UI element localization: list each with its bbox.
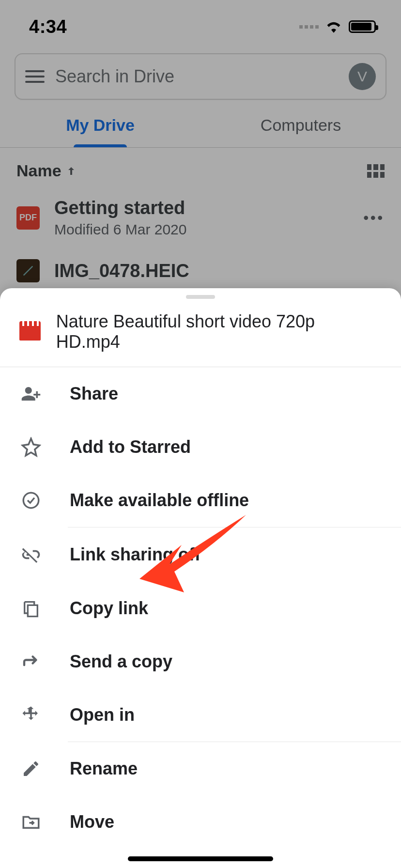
cell-signal-icon	[299, 25, 319, 29]
action-open-in[interactable]: Open in	[0, 688, 401, 742]
search-bar[interactable]: Search in Drive V	[15, 53, 386, 100]
sort-by-name[interactable]: Name	[16, 161, 77, 180]
file-subtitle: Modified 6 Mar 2020	[54, 221, 349, 238]
sheet-title: Nature Beautiful short video 720p HD.mp4	[56, 311, 382, 352]
file-name: IMG_0478.HEIC	[54, 261, 385, 281]
action-label: Rename	[70, 759, 138, 779]
offline-pin-icon	[19, 490, 43, 511]
tab-bar: My Drive Computers	[0, 103, 401, 147]
video-file-icon	[19, 323, 41, 341]
pencil-icon	[19, 759, 43, 778]
grid-view-icon[interactable]	[367, 164, 385, 178]
file-row[interactable]: PDF Getting started Modified 6 Mar 2020 …	[0, 187, 401, 248]
action-label: Move	[70, 812, 114, 832]
battery-icon	[349, 20, 376, 33]
status-bar: 4:34	[0, 0, 401, 53]
action-label: Make available offline	[70, 490, 249, 511]
action-label: Link sharing off	[70, 544, 200, 565]
star-outline-icon	[19, 437, 43, 457]
copy-icon	[19, 599, 43, 618]
action-label: Send a copy	[70, 651, 172, 672]
person-add-icon	[19, 384, 43, 404]
action-move[interactable]: Move	[0, 795, 401, 849]
image-thumb-icon	[16, 259, 40, 282]
sort-row: Name	[0, 148, 401, 187]
more-icon[interactable]: •••	[363, 210, 385, 226]
pdf-icon: PDF	[16, 206, 40, 230]
action-copy-link[interactable]: Copy link	[0, 582, 401, 635]
file-row[interactable]: IMG_0478.HEIC	[0, 248, 401, 293]
action-label: Share	[70, 384, 118, 404]
open-in-icon	[19, 705, 43, 725]
folder-move-icon	[19, 812, 43, 832]
menu-icon[interactable]	[25, 70, 45, 83]
sheet-header: Nature Beautiful short video 720p HD.mp4	[0, 299, 401, 367]
file-info: Getting started Modified 6 Mar 2020	[54, 198, 349, 238]
action-label: Copy link	[70, 598, 148, 619]
tab-computers[interactable]: Computers	[200, 103, 401, 147]
status-right	[299, 20, 376, 33]
sheet-grabber[interactable]	[186, 295, 215, 299]
action-sheet: Nature Beautiful short video 720p HD.mp4…	[0, 288, 401, 868]
account-avatar[interactable]: V	[349, 63, 376, 90]
file-info: IMG_0478.HEIC	[54, 261, 385, 281]
arrow-up-icon	[65, 165, 77, 177]
link-off-icon	[19, 544, 43, 565]
wifi-icon	[325, 20, 342, 33]
tab-my-drive[interactable]: My Drive	[0, 103, 200, 147]
send-arrow-icon	[19, 651, 43, 672]
action-share[interactable]: Share	[0, 367, 401, 420]
action-add-to-starred[interactable]: Add to Starred	[0, 420, 401, 474]
status-time: 4:34	[29, 16, 67, 37]
action-label: Open in	[70, 705, 135, 725]
action-available-offline[interactable]: Make available offline	[0, 474, 401, 527]
search-input[interactable]: Search in Drive	[55, 66, 338, 87]
action-send-a-copy[interactable]: Send a copy	[0, 635, 401, 688]
svg-point-0	[23, 493, 39, 508]
action-link-sharing[interactable]: Link sharing off	[0, 527, 401, 582]
file-name: Getting started	[54, 198, 349, 218]
action-label: Add to Starred	[70, 437, 191, 457]
action-rename[interactable]: Rename	[0, 742, 401, 795]
home-indicator[interactable]	[128, 856, 273, 861]
